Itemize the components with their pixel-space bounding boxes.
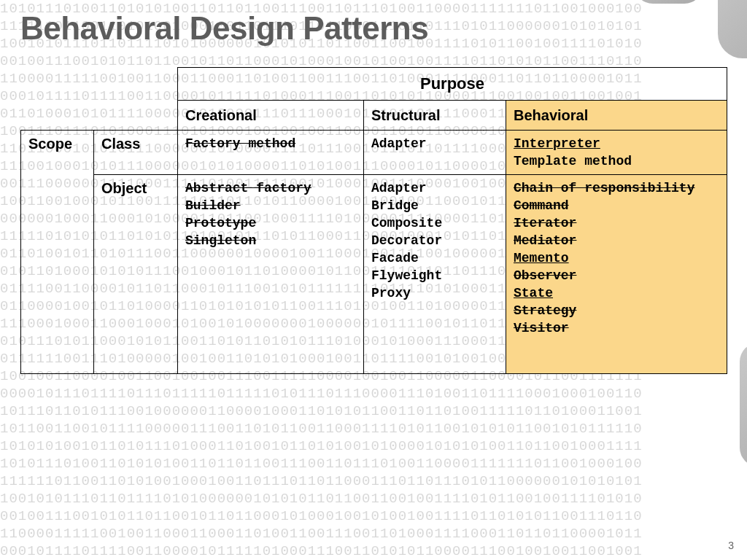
cell-class-behavioral: Interpreter Template method (506, 131, 727, 175)
patterns-table: Purpose Creational Structural Behavioral… (20, 67, 727, 374)
table-row: Object Abstract factory Builder Prototyp… (21, 175, 727, 374)
slide-content: Behavioral Design Patterns Purpose Creat… (0, 0, 747, 560)
table-row: Scope Class Factory method Adapter Inter… (21, 131, 727, 175)
purpose-header: Purpose (178, 68, 727, 101)
cell-class-structural: Adapter (364, 131, 506, 175)
row-object: Object (94, 175, 178, 374)
cell-object-behavioral: Chain of responsibility Command Iterator… (506, 175, 727, 374)
cell-object-structural: Adapter Bridge Composite Decorator Facad… (364, 175, 506, 374)
row-class: Class (94, 131, 178, 175)
col-creational: Creational (178, 101, 364, 131)
table-row: Purpose (21, 68, 727, 101)
cell-class-creational: Factory method (178, 131, 364, 175)
page-title: Behavioral Design Patterns (20, 10, 727, 47)
col-behavioral: Behavioral (506, 101, 727, 131)
page-number: 3 (728, 540, 734, 551)
col-structural: Structural (364, 101, 506, 131)
scope-label: Scope (21, 131, 94, 374)
cell-object-creational: Abstract factory Builder Prototype Singl… (178, 175, 364, 374)
